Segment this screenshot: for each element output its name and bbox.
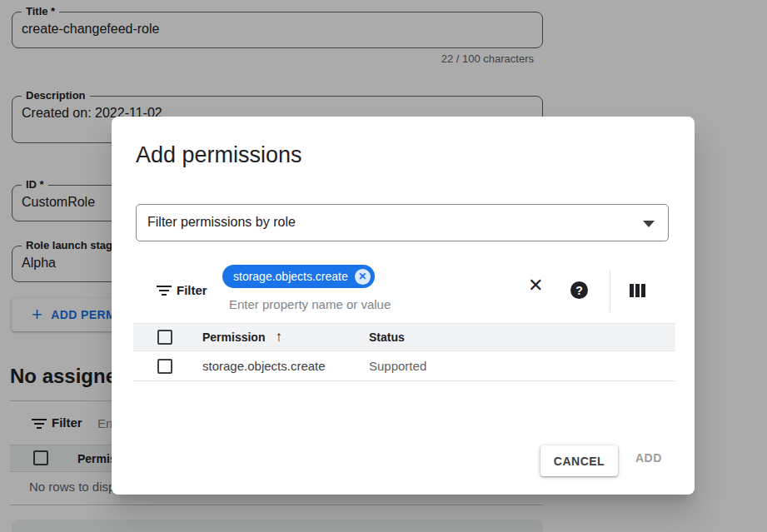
toolbar-divider [610,271,610,312]
cancel-button[interactable]: CANCEL [540,445,618,476]
permissions-table: Permission ↑ Status storage.objects.crea… [133,323,675,381]
row-status: Supported [369,359,675,373]
dialog-title: Add permissions [136,142,302,168]
help-icon[interactable]: ? [570,281,588,299]
clear-filters-icon[interactable]: ✕ [528,276,543,295]
chevron-down-icon [643,221,655,227]
dialog-filter-input[interactable]: Enter property name or value [229,297,391,311]
chip-remove-icon[interactable]: ✕ [355,269,371,285]
role-select-value: Filter permissions by role [147,215,296,230]
col-status[interactable]: Status [369,331,675,344]
row-checkbox[interactable] [157,359,172,374]
column-display-icon[interactable] [630,284,645,297]
add-permissions-dialog: Add permissions Filter permissions by ro… [112,117,695,495]
dialog-filter-label: Filter [177,283,207,297]
filter-permissions-by-role-select[interactable]: Filter permissions by role [136,204,669,241]
filter-icon [157,286,172,296]
col-permission[interactable]: Permission [202,331,265,344]
row-permission: storage.objects.create [202,359,369,373]
table-row[interactable]: storage.objects.create Supported [133,351,675,381]
filter-chip[interactable]: storage.objects.create ✕ [222,265,375,288]
sort-ascending-icon[interactable]: ↑ [275,329,282,346]
select-all-checkbox[interactable] [157,330,172,345]
permissions-table-header: Permission ↑ Status [133,323,675,351]
add-button[interactable]: ADD [635,451,662,465]
screen: Title * create-changefeed-role 22 / 100 … [0,0,767,532]
filter-chip-label: storage.objects.create [233,270,348,283]
